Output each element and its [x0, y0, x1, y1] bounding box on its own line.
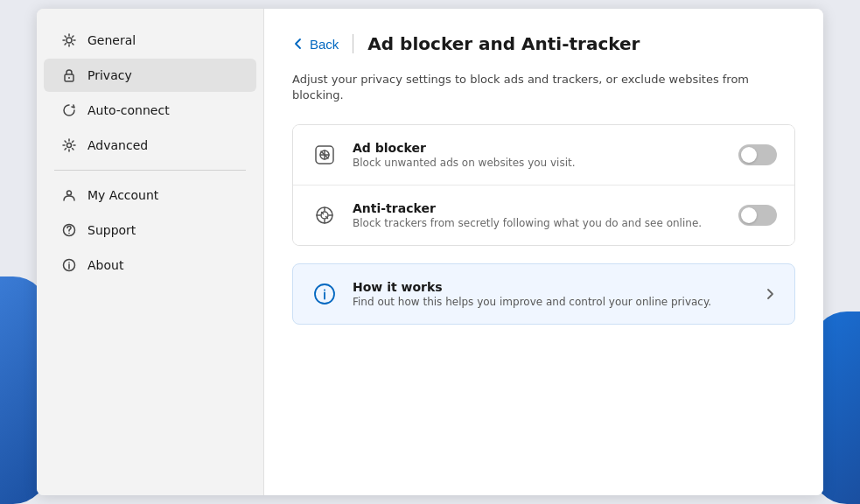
sidebar-item-support[interactable]: Support [44, 214, 256, 247]
info-icon [311, 280, 339, 308]
svg-point-6 [68, 233, 70, 234]
anti-tracker-row: Anti-tracker Block trackers from secretl… [293, 185, 794, 245]
ad-blocker-title: Ad blocker [353, 141, 724, 155]
auto-connect-icon [61, 102, 77, 118]
back-label: Back [310, 37, 339, 52]
anti-tracker-title: Anti-tracker [353, 201, 724, 215]
svg-point-3 [67, 144, 72, 148]
anti-tracker-text: Anti-tracker Block trackers from secretl… [353, 201, 724, 229]
anti-tracker-description: Block trackers from secretly following w… [353, 217, 724, 229]
chevron-right-icon [763, 287, 777, 301]
sidebar-label-auto-connect: Auto-connect [87, 103, 170, 117]
svg-point-14 [324, 290, 325, 291]
ad-blocker-toggle[interactable] [738, 144, 777, 165]
how-it-works-title: How it works [353, 280, 749, 294]
how-it-works-card[interactable]: How it works Find out how this helps you… [292, 263, 795, 325]
sidebar-item-auto-connect[interactable]: Auto-connect [44, 94, 256, 127]
sidebar-item-general[interactable]: General [44, 24, 256, 57]
about-icon [61, 257, 77, 273]
page-header: Back Ad blocker and Anti-tracker [292, 33, 795, 54]
header-divider [353, 34, 353, 53]
sidebar-label-advanced: Advanced [87, 138, 148, 152]
ad-blocker-text: Ad blocker Block unwanted ads on website… [353, 141, 724, 169]
svg-point-8 [68, 262, 70, 263]
main-content: Back Ad blocker and Anti-tracker Adjust … [264, 9, 823, 495]
anti-tracker-toggle[interactable] [738, 205, 777, 226]
advanced-icon [61, 137, 77, 153]
general-icon [61, 32, 77, 48]
sidebar-label-privacy: Privacy [87, 68, 132, 82]
settings-section-blockers: Ad blocker Block unwanted ads on website… [292, 124, 795, 246]
ad-blocker-row: Ad blocker Block unwanted ads on website… [293, 125, 794, 185]
sidebar-label-my-account: My Account [87, 188, 158, 202]
svg-point-4 [67, 191, 72, 195]
support-icon [61, 222, 77, 238]
anti-tracker-icon [311, 201, 339, 229]
page-title: Ad blocker and Anti-tracker [367, 33, 640, 54]
sidebar: General Privacy Auto-connect [37, 9, 264, 495]
back-arrow-icon [292, 38, 304, 50]
sidebar-item-advanced[interactable]: Advanced [44, 129, 256, 162]
ad-blocker-description: Block unwanted ads on websites you visit… [353, 157, 724, 169]
sidebar-item-my-account[interactable]: My Account [44, 178, 256, 212]
how-it-works-text: How it works Find out how this helps you… [353, 280, 749, 308]
app-window: General Privacy Auto-connect [37, 9, 823, 495]
page-subtitle: Adjust your privacy settings to block ad… [292, 72, 795, 103]
sidebar-item-about[interactable]: About [44, 248, 256, 282]
privacy-icon [61, 67, 77, 83]
account-icon [61, 187, 77, 203]
how-it-works-description: Find out how this helps you improve and … [353, 296, 749, 308]
sidebar-label-about: About [87, 258, 123, 272]
svg-point-2 [68, 77, 70, 79]
back-button[interactable]: Back [292, 37, 339, 52]
svg-point-0 [66, 38, 72, 43]
sidebar-divider [54, 170, 246, 171]
sidebar-item-privacy[interactable]: Privacy [44, 59, 256, 92]
ad-blocker-icon [311, 141, 339, 169]
sidebar-label-general: General [87, 33, 136, 47]
sidebar-label-support: Support [87, 223, 136, 237]
